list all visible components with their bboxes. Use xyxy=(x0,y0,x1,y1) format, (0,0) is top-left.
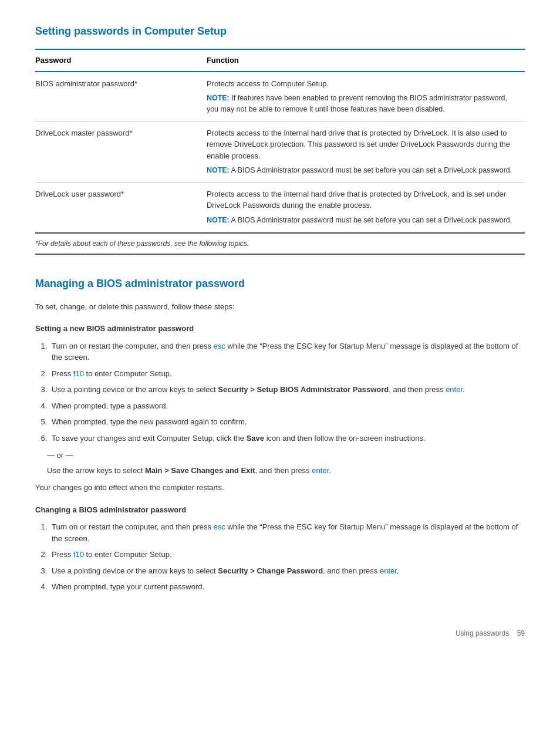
list-item: When prompted, type a password. xyxy=(49,400,525,412)
note-label: NOTE: xyxy=(207,94,230,102)
list-item: Turn on or restart the computer, and the… xyxy=(49,521,525,544)
bold-text: Security > Setup BIOS Administrator Pass… xyxy=(218,385,389,394)
password-label: BIOS administrator password* xyxy=(35,72,207,121)
note-block: NOTE: A BIOS Administrator password must… xyxy=(207,165,518,176)
link-enter-3: enter xyxy=(380,566,397,575)
link-f10: f10 xyxy=(73,369,84,378)
col-function-header: Function xyxy=(207,50,525,72)
link-esc-2: esc xyxy=(214,522,225,531)
list-item: When prompted, type the new password aga… xyxy=(49,416,525,428)
note-text: NOTE: A BIOS Administrator password must… xyxy=(207,215,518,226)
link-enter: enter xyxy=(446,385,463,394)
note-block: NOTE: If features have been enabled to p… xyxy=(207,93,518,115)
password-label: DriveLock master password* xyxy=(35,121,207,182)
note-content: A BIOS Administrator password must be se… xyxy=(231,216,512,224)
subsection1-title: Setting a new BIOS administrator passwor… xyxy=(35,323,525,335)
table-row: BIOS administrator password* Protects ac… xyxy=(35,72,525,121)
list-item: Use a pointing device or the arrow keys … xyxy=(49,565,525,577)
note-text: NOTE: If features have been enabled to p… xyxy=(207,93,518,115)
list-item: Press f10 to enter Computer Setup. xyxy=(49,368,525,380)
footer-text: Using passwords xyxy=(456,629,509,637)
link-esc: esc xyxy=(214,342,225,350)
function-cell: Protects access to the internal hard dri… xyxy=(207,121,525,182)
note-text: NOTE: A BIOS Administrator password must… xyxy=(207,165,518,176)
function-main-text: Protects access to the internal hard dri… xyxy=(207,129,510,160)
function-cell: Protects access to the internal hard dri… xyxy=(207,182,525,232)
note-content: A BIOS Administrator password must be se… xyxy=(231,166,512,174)
page-footer: Using passwords 59 xyxy=(35,628,525,639)
list-item: Press f10 to enter Computer Setup. xyxy=(49,549,525,561)
bold-main-save: Main > Save Changes and Exit xyxy=(145,466,255,475)
function-main-text: Protects access to Computer Setup. xyxy=(207,79,329,88)
bold-save: Save xyxy=(247,434,264,443)
function-main-text: Protects access to the internal hard dri… xyxy=(207,190,506,210)
section2-intro: To set, change, or delete this password,… xyxy=(35,301,525,313)
section2: Managing a BIOS administrator password T… xyxy=(35,276,525,593)
note-label: NOTE: xyxy=(207,216,230,224)
steps-list-1: Turn on or restart the computer, and the… xyxy=(35,340,525,444)
section1-title: Setting passwords in Computer Setup xyxy=(35,23,525,39)
col-password-header: Password xyxy=(35,50,207,72)
subsection2-title: Changing a BIOS administrator password xyxy=(35,504,525,516)
footer-page: 59 xyxy=(517,629,525,637)
list-item: To save your changes and exit Computer S… xyxy=(49,433,525,444)
note-content: If features have been enabled to prevent… xyxy=(207,94,507,113)
password-label: DriveLock user password* xyxy=(35,182,207,232)
table-row: DriveLock master password* Protects acce… xyxy=(35,121,525,182)
or-line: — or — xyxy=(47,450,525,461)
list-item: Use a pointing device or the arrow keys … xyxy=(49,384,525,396)
note-block: NOTE: A BIOS Administrator password must… xyxy=(207,215,518,226)
password-table-wrapper: Password Function BIOS administrator pas… xyxy=(35,49,525,255)
password-table: Password Function BIOS administrator pas… xyxy=(35,50,525,232)
function-cell: Protects access to Computer Setup. NOTE:… xyxy=(207,72,525,121)
or-sub-text: Use the arrow keys to select Main > Save… xyxy=(47,465,525,477)
link-enter-2: enter xyxy=(312,466,329,475)
table-footer: *For details about each of these passwor… xyxy=(35,232,525,255)
note-label: NOTE: xyxy=(207,166,230,174)
list-item: Turn on or restart the computer, and the… xyxy=(49,340,525,363)
or-block: — or — Use the arrow keys to select Main… xyxy=(47,450,525,476)
table-row: DriveLock user password* Protects access… xyxy=(35,182,525,232)
link-f10-2: f10 xyxy=(73,550,84,559)
steps-list-2: Turn on or restart the computer, and the… xyxy=(35,521,525,593)
bold-text-2: Security > Change Password xyxy=(218,566,323,575)
effect-text: Your changes go into effect when the com… xyxy=(35,482,525,494)
list-item: When prompted, type your current passwor… xyxy=(49,581,525,593)
section2-title: Managing a BIOS administrator password xyxy=(35,276,525,292)
